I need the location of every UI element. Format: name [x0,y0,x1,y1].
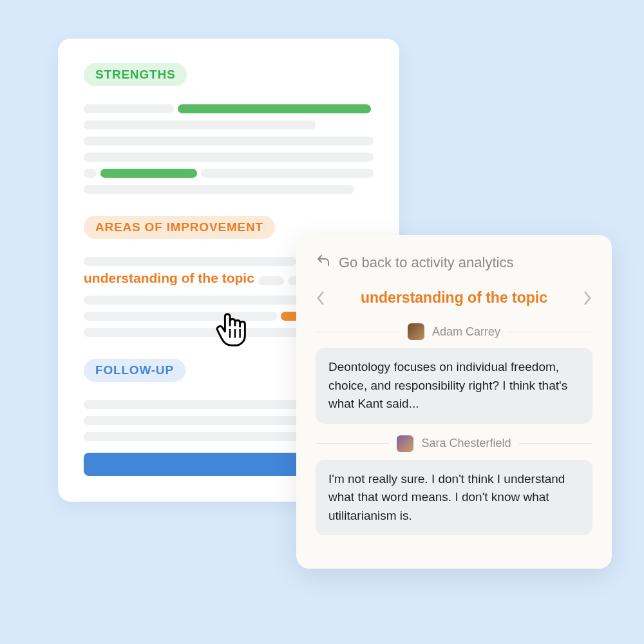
user-name: Sara Chesterfield [421,437,511,450]
return-icon [316,253,331,272]
topic-title: understanding of the topic [326,289,582,307]
chevron-right-icon[interactable] [582,290,592,307]
improvement-pill: AREAS OF IMPROVEMENT [84,216,275,239]
followup-pill: FOLLOW-UP [84,359,185,382]
message-bubble: I'm not really sure. I don't think I und… [316,460,592,536]
strengths-lines [84,104,374,194]
chevron-left-icon[interactable] [316,290,326,307]
go-back-label: Go back to activity analytics [339,254,513,271]
avatar [397,435,413,452]
user-name: Adam Carrey [432,325,500,339]
user-separator: Adam Carrey [316,323,592,340]
highlighted-topic-link[interactable]: understanding of the topic [84,270,254,286]
topic-detail-panel: Go back to activity analytics understand… [296,235,612,569]
message-bubble: Deontology focuses on individual freedom… [316,348,592,424]
strengths-pill: STRENGTHS [84,63,187,86]
go-back-link[interactable]: Go back to activity analytics [316,253,592,272]
avatar [408,323,424,340]
user-separator: Sara Chesterfield [316,435,592,452]
